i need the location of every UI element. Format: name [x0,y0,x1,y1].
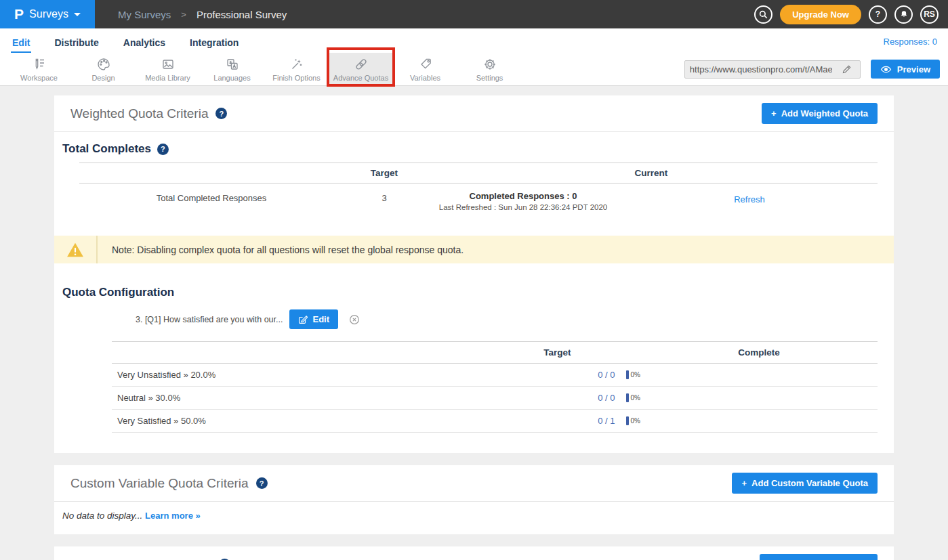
edit-toolbar: Workspace Media Library Design Media Lib… [0,53,948,86]
search-button[interactable] [754,5,772,24]
preview-button[interactable]: Preview [871,60,940,79]
breadcrumb-separator: > [181,9,186,20]
quota-question-label: 3. [Q1] How satisfied are you with our..… [136,315,283,324]
advanced-quota-header: Advanced Quota Control ? + Add Advanced … [54,546,894,560]
bell-icon [899,9,909,19]
media-library-icon [161,57,176,72]
edit-url-button[interactable] [837,64,857,74]
advance-quotas-icon [354,57,369,72]
breadcrumb: My Surveys > Professional Survey [118,9,287,20]
progress-bar [626,370,629,379]
quota-percent: 0% [631,371,640,379]
quota-percent: 0% [631,417,640,425]
last-refreshed-timestamp: Last Refreshed : Sun Jun 28 22:36:24 PDT… [425,203,621,211]
surveys-menu[interactable]: P Surveys [0,0,95,28]
quota-fraction: 0 / 0 [598,393,615,403]
progress-bar [626,393,629,402]
quota-row-very-unsatisfied: Very Unsatisfied » 20.0% 0 / 0 0% [112,364,878,387]
languages-icon [225,57,240,72]
tab-integration[interactable]: Integration [188,32,240,53]
avatar[interactable]: RS [920,5,939,24]
weighted-quota-title: Weighted Quota Criteria ? [70,106,227,121]
search-icon [758,9,768,20]
add-advanced-quota-button[interactable]: + Add Advanced Quota [760,554,878,560]
custom-variable-quota-header: Custom Variable Quota Criteria ? + Add C… [54,465,894,501]
quota-configuration-heading: Quota Configuration [54,276,894,306]
topbar-actions: Upgrade Now ? RS [754,5,948,24]
page-content: Weighted Quota Criteria ? + Add Weighted… [0,86,948,560]
column-header-target: Target [344,168,425,178]
quota-row-very-satisfied: Very Satisfied » 50.0% 0 / 1 0% [112,410,878,433]
toolbar-right: Preview [684,53,948,85]
add-custom-variable-quota-button[interactable]: + Add Custom Variable Quota [732,473,878,494]
tab-analytics[interactable]: Analytics [122,32,167,53]
surveys-menu-label: Surveys [29,8,68,20]
total-completes-heading: Total Completes ? [54,132,894,163]
quota-config-table-header: Target Complete [112,341,878,364]
quota-percent: 0% [631,394,640,402]
column-header-target: Target [474,347,640,358]
circle-x-icon [349,314,360,325]
completed-responses-count: Completed Responses : 0 [425,191,621,201]
custom-variable-help-icon[interactable]: ? [256,477,268,489]
add-weighted-quota-button[interactable]: + Add Weighted Quota [762,103,878,124]
plus-icon: + [741,478,747,488]
custom-variable-empty-state: No data to display... Learn more » [54,502,894,534]
total-completes-row: Total Completed Responses 3 Completed Re… [79,184,878,222]
toolbar-item-design[interactable]: Media Library Design [71,53,136,85]
learn-more-link[interactable]: Learn more » [145,511,201,521]
weighted-quota-header: Weighted Quota Criteria ? + Add Weighted… [54,95,894,131]
notifications-button[interactable] [894,5,913,24]
help-button[interactable]: ? [869,5,887,24]
column-header-complete: Complete [640,347,878,358]
breadcrumb-my-surveys[interactable]: My Surveys [118,9,171,20]
total-completes-table: Target Current Total Completed Responses… [79,163,878,222]
quota-fraction: 0 / 0 [598,370,615,380]
advanced-quota-card: Advanced Quota Control ? + Add Advanced … [54,546,894,560]
edit-icon [298,315,308,324]
custom-variable-quota-title: Custom Variable Quota Criteria ? [70,476,268,491]
design-icon [96,57,111,72]
questionpro-logo-icon: P [14,6,24,22]
refresh-link[interactable]: Refresh [734,194,765,204]
toolbar-item-workspace[interactable]: Workspace [7,53,71,85]
quota-config-table: Target Complete Very Unsatisfied » 20.0%… [112,341,878,453]
remove-quota-button[interactable] [349,314,360,325]
pencil-icon [842,64,852,74]
eye-icon [880,65,892,74]
tab-edit[interactable]: Edit [11,32,31,53]
column-header-current: Current [425,168,878,178]
toolbar-item-variables[interactable]: Variables [393,53,457,85]
toolbar-item-media-library[interactable]: Media Library [136,53,200,85]
note-banner: Note: Disabling complex quota for all qu… [54,236,894,263]
custom-variable-quota-card: Custom Variable Quota Criteria ? + Add C… [54,465,894,534]
toolbar-item-languages[interactable]: Languages [200,53,264,85]
breadcrumb-current-survey: Professional Survey [197,9,287,20]
target-value: 3 [344,191,425,211]
variables-icon [418,57,433,72]
responses-count: Responses: 0 [884,37,938,53]
quota-fraction: 0 / 1 [598,416,615,426]
plus-icon: + [771,108,777,119]
note-text: Note: Disabling complex quota for all qu… [98,236,463,263]
weighted-quota-help-icon[interactable]: ? [215,108,227,119]
toolbar-item-advance-quotas[interactable]: Advance Quotas [329,53,393,85]
total-completed-responses-label: Total Completed Responses [79,191,344,211]
tab-distribute[interactable]: Distribute [53,32,100,53]
total-completes-help-icon[interactable]: ? [157,144,169,155]
survey-url-input[interactable] [685,64,837,74]
chevron-down-icon [74,13,81,16]
survey-url-field [684,60,861,79]
workspace-icon [32,57,47,72]
edit-quota-button[interactable]: Edit [289,309,338,329]
quota-row-neutral: Neutral » 30.0% 0 / 0 0% [112,387,878,410]
quota-question-row: 3. [Q1] How satisfied are you with our..… [54,306,894,337]
toolbar-item-finish-options[interactable]: Finish Options [264,53,329,85]
upgrade-now-button[interactable]: Upgrade Now [780,5,861,24]
progress-bar [626,416,629,425]
finish-options-icon [289,57,304,72]
warning-icon [66,242,84,258]
toolbar-item-settings[interactable]: Settings [457,53,522,85]
weighted-quota-card: Weighted Quota Criteria ? + Add Weighted… [54,95,894,453]
tab-bar: Edit Distribute Analytics Integration Re… [0,28,948,53]
